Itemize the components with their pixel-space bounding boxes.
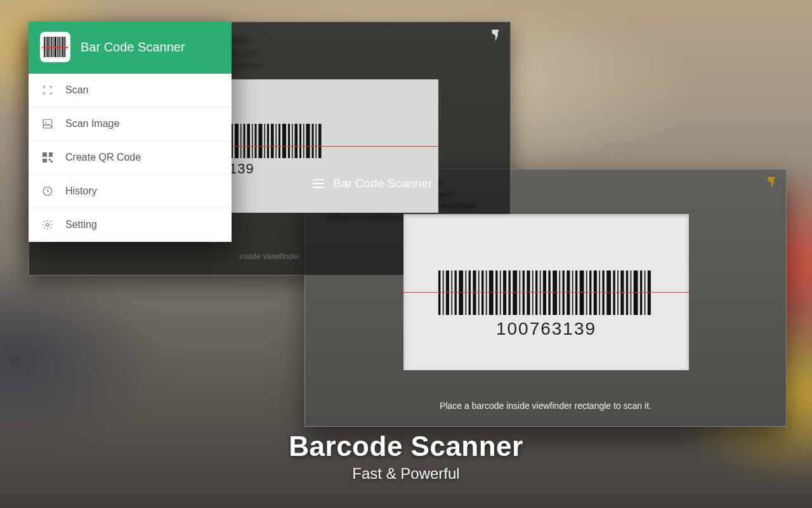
svg-rect-49 <box>443 271 444 315</box>
sidebar-item-scan-image[interactable]: Scan Image <box>29 107 232 141</box>
svg-rect-88 <box>617 271 619 315</box>
svg-rect-64 <box>509 271 511 315</box>
sidebar-item-setting[interactable]: Setting <box>29 208 232 242</box>
svg-rect-90 <box>626 271 628 315</box>
svg-rect-27 <box>240 124 242 158</box>
svg-rect-43 <box>303 124 304 158</box>
svg-rect-69 <box>532 271 534 315</box>
svg-rect-47 <box>318 124 322 158</box>
svg-rect-53 <box>459 271 463 315</box>
flashlight-button[interactable] <box>488 29 502 43</box>
svg-rect-62 <box>500 271 501 315</box>
svg-rect-32 <box>259 124 263 158</box>
svg-rect-84 <box>599 271 600 315</box>
svg-rect-66 <box>520 271 521 315</box>
svg-rect-83 <box>594 271 597 315</box>
svg-rect-34 <box>267 124 269 158</box>
svg-rect-108 <box>43 119 52 128</box>
svg-rect-70 <box>535 271 537 315</box>
caption-subtitle: Fast & Powerful <box>0 465 812 483</box>
sidebar-item-label: Create QR Code <box>65 152 141 163</box>
barcode <box>438 271 654 315</box>
svg-point-109 <box>46 122 47 123</box>
svg-rect-81 <box>586 271 587 315</box>
svg-rect-39 <box>288 124 290 158</box>
sidebar-item-create-qr[interactable]: Create QR Code <box>29 141 232 175</box>
svg-rect-26 <box>235 124 239 158</box>
sidebar-item-label: Setting <box>65 219 97 231</box>
svg-rect-67 <box>523 271 525 315</box>
svg-rect-52 <box>455 271 457 315</box>
svg-rect-54 <box>466 271 467 315</box>
svg-rect-86 <box>606 271 611 315</box>
svg-rect-68 <box>527 271 530 315</box>
svg-rect-28 <box>244 124 246 158</box>
promo-caption: Barcode Scanner Fast & Powerful <box>0 431 812 483</box>
svg-rect-55 <box>469 271 471 315</box>
sidebar-header: Bar Code Scanner <box>29 22 232 74</box>
scan-icon <box>41 84 54 97</box>
barcode-number: 100763139 <box>496 319 596 339</box>
svg-rect-77 <box>566 271 570 315</box>
svg-rect-46 <box>316 124 317 158</box>
svg-rect-65 <box>513 271 517 315</box>
app-icon <box>40 32 70 62</box>
svg-rect-37 <box>278 124 280 158</box>
svg-rect-40 <box>292 124 293 158</box>
svg-rect-48 <box>438 271 440 315</box>
svg-rect-87 <box>613 271 615 315</box>
svg-rect-58 <box>481 271 483 315</box>
svg-rect-89 <box>620 271 624 315</box>
viewfinder: 100763139 <box>403 214 689 370</box>
sidebar-item-scan[interactable]: Scan <box>29 74 232 107</box>
svg-rect-31 <box>255 124 257 158</box>
gear-icon <box>41 218 54 231</box>
app-title: Bar Code Scanner <box>81 40 185 55</box>
svg-rect-93 <box>640 271 642 315</box>
sidebar-menu: Bar Code Scanner Scan Scan Image Create … <box>29 22 232 242</box>
scanner-toolbar: Bar Code Scanner <box>305 170 786 197</box>
svg-rect-95 <box>648 271 651 315</box>
svg-rect-91 <box>631 271 632 315</box>
sidebar-item-label: History <box>65 185 97 197</box>
svg-rect-35 <box>271 124 274 158</box>
svg-rect-60 <box>489 271 494 315</box>
svg-rect-30 <box>252 124 253 158</box>
scanner-title: Bar Code Scanner <box>333 177 432 190</box>
sidebar-item-history[interactable]: History <box>29 175 232 208</box>
menu-icon[interactable] <box>313 179 324 188</box>
svg-rect-50 <box>446 271 449 315</box>
svg-rect-56 <box>473 271 476 315</box>
history-icon <box>41 185 54 197</box>
svg-rect-78 <box>572 271 573 315</box>
svg-rect-61 <box>495 271 497 315</box>
svg-rect-51 <box>451 271 452 315</box>
svg-rect-76 <box>563 271 565 315</box>
svg-rect-75 <box>559 271 560 315</box>
svg-rect-33 <box>265 124 266 158</box>
sidebar-item-label: Scan Image <box>65 118 119 130</box>
svg-rect-41 <box>295 124 298 158</box>
scan-line <box>403 292 689 293</box>
svg-rect-74 <box>553 271 557 315</box>
svg-rect-59 <box>486 271 487 315</box>
svg-rect-71 <box>540 271 541 315</box>
svg-rect-63 <box>503 271 506 315</box>
svg-rect-36 <box>276 124 277 158</box>
svg-rect-92 <box>634 271 638 315</box>
svg-rect-80 <box>580 271 584 315</box>
svg-rect-82 <box>589 271 591 315</box>
qr-icon <box>41 151 54 164</box>
svg-point-111 <box>46 224 49 227</box>
sidebar-item-label: Scan <box>65 84 88 96</box>
caption-title: Barcode Scanner <box>0 431 812 462</box>
svg-rect-42 <box>299 124 301 158</box>
svg-rect-45 <box>312 124 314 158</box>
svg-rect-85 <box>602 271 604 315</box>
svg-rect-79 <box>575 271 577 315</box>
image-icon <box>41 117 54 130</box>
svg-rect-94 <box>645 271 646 315</box>
svg-rect-73 <box>548 271 550 315</box>
svg-rect-57 <box>478 271 480 315</box>
viewfinder-hint: Place a barcode inside viewfinder rectan… <box>305 401 786 411</box>
